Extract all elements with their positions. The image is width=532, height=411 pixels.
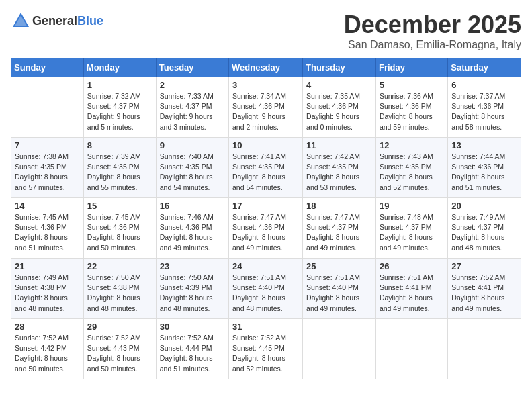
- sunset-text: Sunset: 4:36 PM: [380, 102, 432, 110]
- sunrise-text: Sunrise: 7:47 AM: [232, 213, 286, 221]
- calendar-cell: 3 Sunrise: 7:34 AM Sunset: 4:36 PM Dayli…: [229, 77, 303, 138]
- sunset-text: Sunset: 4:35 PM: [160, 163, 212, 171]
- day-info: Sunrise: 7:42 AM Sunset: 4:35 PM Dayligh…: [306, 152, 372, 193]
- daylight-text: Daylight: 8 hours and 51 minutes.: [15, 233, 68, 251]
- daylight-text: Daylight: 8 hours and 49 minutes.: [306, 293, 359, 312]
- page-header: GeneralBlue December 2025 San Damaso, Em…: [11, 11, 521, 51]
- daylight-text: Daylight: 8 hours and 53 minutes.: [306, 173, 359, 191]
- sunrise-text: Sunrise: 7:51 AM: [380, 273, 433, 281]
- weekday-header-monday: Monday: [83, 58, 156, 77]
- sunset-text: Sunset: 4:36 PM: [232, 223, 285, 231]
- day-number: 8: [87, 140, 152, 150]
- day-info: Sunrise: 7:34 AM Sunset: 4:36 PM Dayligh…: [232, 91, 299, 132]
- sunset-text: Sunset: 4:35 PM: [87, 163, 140, 171]
- day-info: Sunrise: 7:52 AM Sunset: 4:45 PM Dayligh…: [232, 333, 299, 374]
- day-number: 26: [380, 261, 444, 271]
- daylight-text: Daylight: 9 hours and 5 minutes.: [87, 112, 140, 130]
- day-info: Sunrise: 7:35 AM Sunset: 4:36 PM Dayligh…: [306, 91, 372, 132]
- logo-general-text: General: [32, 14, 77, 28]
- sunrise-text: Sunrise: 7:51 AM: [306, 273, 360, 281]
- sunset-text: Sunset: 4:36 PM: [15, 223, 67, 231]
- sunset-text: Sunset: 4:37 PM: [306, 223, 359, 231]
- calendar-cell: 24 Sunrise: 7:51 AM Sunset: 4:40 PM Dayl…: [229, 259, 303, 319]
- day-info: Sunrise: 7:36 AM Sunset: 4:36 PM Dayligh…: [380, 91, 444, 132]
- sunset-text: Sunset: 4:44 PM: [160, 344, 212, 352]
- sunset-text: Sunset: 4:39 PM: [160, 283, 212, 291]
- calendar-cell: 11 Sunrise: 7:42 AM Sunset: 4:35 PM Dayl…: [303, 138, 376, 198]
- day-number: 2: [160, 80, 225, 90]
- calendar-cell: 4 Sunrise: 7:35 AM Sunset: 4:36 PM Dayli…: [303, 77, 376, 138]
- day-info: Sunrise: 7:45 AM Sunset: 4:36 PM Dayligh…: [87, 212, 152, 253]
- daylight-text: Daylight: 8 hours and 55 minutes.: [87, 173, 140, 191]
- calendar-cell: [303, 319, 376, 379]
- calendar-cell: 10 Sunrise: 7:41 AM Sunset: 4:35 PM Dayl…: [229, 138, 303, 198]
- sunset-text: Sunset: 4:35 PM: [15, 163, 67, 171]
- weekday-header-thursday: Thursday: [303, 58, 376, 77]
- day-number: 19: [380, 201, 444, 211]
- calendar-cell: 18 Sunrise: 7:47 AM Sunset: 4:37 PM Dayl…: [303, 198, 376, 259]
- daylight-text: Daylight: 8 hours and 50 minutes.: [15, 354, 68, 372]
- day-info: Sunrise: 7:50 AM Sunset: 4:38 PM Dayligh…: [87, 273, 152, 314]
- sunset-text: Sunset: 4:37 PM: [87, 102, 140, 110]
- sunset-text: Sunset: 4:38 PM: [15, 283, 67, 291]
- day-number: 11: [306, 140, 372, 150]
- day-info: Sunrise: 7:47 AM Sunset: 4:36 PM Dayligh…: [232, 212, 299, 253]
- day-info: Sunrise: 7:39 AM Sunset: 4:35 PM Dayligh…: [87, 152, 152, 193]
- calendar-week-row: 1 Sunrise: 7:32 AM Sunset: 4:37 PM Dayli…: [11, 77, 521, 138]
- day-number: 9: [160, 140, 225, 150]
- day-number: 23: [160, 261, 225, 271]
- calendar-cell: 14 Sunrise: 7:45 AM Sunset: 4:36 PM Dayl…: [11, 198, 84, 259]
- sunrise-text: Sunrise: 7:41 AM: [232, 152, 286, 161]
- sunset-text: Sunset: 4:41 PM: [380, 283, 432, 291]
- sunset-text: Sunset: 4:36 PM: [232, 102, 285, 110]
- day-number: 15: [87, 201, 152, 211]
- sunset-text: Sunset: 4:41 PM: [451, 283, 504, 291]
- sunrise-text: Sunrise: 7:38 AM: [15, 152, 69, 161]
- daylight-text: Daylight: 8 hours and 51 minutes.: [160, 354, 213, 372]
- day-info: Sunrise: 7:52 AM Sunset: 4:41 PM Dayligh…: [451, 273, 517, 314]
- sunset-text: Sunset: 4:42 PM: [15, 344, 67, 352]
- calendar-cell: [448, 319, 521, 379]
- calendar-cell: 13 Sunrise: 7:44 AM Sunset: 4:36 PM Dayl…: [448, 138, 521, 198]
- day-number: 31: [232, 322, 299, 332]
- day-info: Sunrise: 7:51 AM Sunset: 4:40 PM Dayligh…: [232, 273, 299, 314]
- calendar-cell: 23 Sunrise: 7:50 AM Sunset: 4:39 PM Dayl…: [156, 259, 228, 319]
- logo-icon: [11, 11, 31, 31]
- sunset-text: Sunset: 4:35 PM: [306, 163, 359, 171]
- day-number: 17: [232, 201, 299, 211]
- daylight-text: Daylight: 8 hours and 49 minutes.: [451, 293, 504, 312]
- day-number: 7: [15, 140, 80, 150]
- day-number: 13: [451, 140, 517, 150]
- sunrise-text: Sunrise: 7:52 AM: [232, 334, 286, 342]
- sunrise-text: Sunrise: 7:45 AM: [87, 213, 141, 221]
- day-info: Sunrise: 7:43 AM Sunset: 4:35 PM Dayligh…: [380, 152, 444, 193]
- calendar-cell: 25 Sunrise: 7:51 AM Sunset: 4:40 PM Dayl…: [303, 259, 376, 319]
- sunset-text: Sunset: 4:38 PM: [87, 283, 140, 291]
- day-number: 10: [232, 140, 299, 150]
- daylight-text: Daylight: 8 hours and 49 minutes.: [380, 293, 433, 312]
- calendar-cell: 19 Sunrise: 7:48 AM Sunset: 4:37 PM Dayl…: [375, 198, 447, 259]
- sunrise-text: Sunrise: 7:50 AM: [87, 273, 141, 281]
- sunrise-text: Sunrise: 7:52 AM: [451, 273, 505, 281]
- daylight-text: Daylight: 9 hours and 3 minutes.: [160, 112, 213, 130]
- sunset-text: Sunset: 4:36 PM: [87, 223, 140, 231]
- day-number: 1: [87, 80, 152, 90]
- weekday-header-saturday: Saturday: [448, 58, 521, 77]
- calendar-cell: 28 Sunrise: 7:52 AM Sunset: 4:42 PM Dayl…: [11, 319, 84, 379]
- sunrise-text: Sunrise: 7:34 AM: [232, 92, 286, 100]
- calendar-cell: 2 Sunrise: 7:33 AM Sunset: 4:37 PM Dayli…: [156, 77, 228, 138]
- sunset-text: Sunset: 4:36 PM: [451, 102, 504, 110]
- day-number: 30: [160, 322, 225, 332]
- day-number: 27: [451, 261, 517, 271]
- sunrise-text: Sunrise: 7:35 AM: [306, 92, 360, 100]
- day-info: Sunrise: 7:50 AM Sunset: 4:39 PM Dayligh…: [160, 273, 225, 314]
- sunset-text: Sunset: 4:36 PM: [306, 102, 359, 110]
- sunrise-text: Sunrise: 7:46 AM: [160, 213, 214, 221]
- sunrise-text: Sunrise: 7:43 AM: [380, 152, 433, 161]
- calendar-cell: [375, 319, 447, 379]
- day-info: Sunrise: 7:52 AM Sunset: 4:44 PM Dayligh…: [160, 333, 225, 374]
- day-number: 22: [87, 261, 152, 271]
- weekday-header-tuesday: Tuesday: [156, 58, 228, 77]
- calendar-cell: 9 Sunrise: 7:40 AM Sunset: 4:35 PM Dayli…: [156, 138, 228, 198]
- day-number: 4: [306, 80, 372, 90]
